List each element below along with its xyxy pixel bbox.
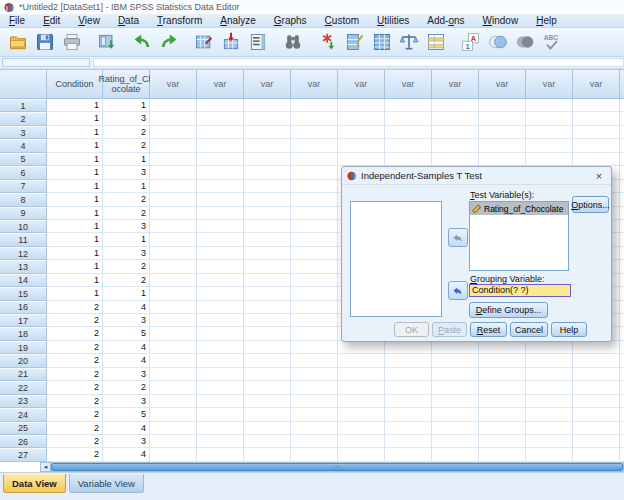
column-header-condition[interactable]: Condition xyxy=(47,69,103,99)
cell-condition[interactable]: 2 xyxy=(47,354,103,367)
cell-empty[interactable] xyxy=(150,166,197,179)
cell-empty[interactable] xyxy=(385,395,432,408)
cell-empty[interactable] xyxy=(197,368,244,381)
cell-empty[interactable] xyxy=(150,207,197,220)
menu-analyze[interactable]: Analyze xyxy=(211,14,265,28)
cell-condition[interactable]: 1 xyxy=(47,166,103,179)
row-header[interactable]: 24 xyxy=(0,408,47,421)
cell-condition[interactable]: 2 xyxy=(47,327,103,340)
cell-empty[interactable] xyxy=(620,180,624,193)
cell-editor-field[interactable] xyxy=(93,58,624,67)
cell-empty[interactable] xyxy=(385,139,432,152)
cell-empty[interactable] xyxy=(150,233,197,246)
spell-check-button[interactable]: ABC xyxy=(538,30,565,55)
cell-empty[interactable] xyxy=(338,381,385,394)
cell-condition[interactable]: 1 xyxy=(47,153,103,166)
cell-condition[interactable]: 1 xyxy=(47,180,103,193)
cell-empty[interactable] xyxy=(244,448,291,461)
cell-empty[interactable] xyxy=(479,354,526,367)
cell-empty[interactable] xyxy=(197,301,244,314)
row-header[interactable]: 19 xyxy=(0,341,47,354)
cell-empty[interactable] xyxy=(573,341,620,354)
cell-empty[interactable] xyxy=(291,327,338,340)
cell-empty[interactable] xyxy=(150,368,197,381)
split-file-button[interactable] xyxy=(368,30,395,55)
cell-empty[interactable] xyxy=(244,422,291,435)
cell-empty[interactable] xyxy=(197,153,244,166)
cell-empty[interactable] xyxy=(479,341,526,354)
cell-rating[interactable]: 3 xyxy=(103,247,150,260)
cell-empty[interactable] xyxy=(432,395,479,408)
cell-empty[interactable] xyxy=(620,153,624,166)
cell-empty[interactable] xyxy=(385,381,432,394)
cell-empty[interactable] xyxy=(573,381,620,394)
row-header[interactable]: 1 xyxy=(0,99,47,112)
cell-empty[interactable] xyxy=(620,274,624,287)
cell-empty[interactable] xyxy=(620,99,624,112)
test-variable-list[interactable]: Rating_of_Chocolate xyxy=(469,201,569,271)
cell-empty[interactable] xyxy=(338,422,385,435)
cell-empty[interactable] xyxy=(573,448,620,461)
cell-empty[interactable] xyxy=(432,126,479,139)
cell-empty[interactable] xyxy=(338,395,385,408)
cell-empty[interactable] xyxy=(432,139,479,152)
cell-empty[interactable] xyxy=(385,341,432,354)
column-header-var[interactable]: var xyxy=(291,69,338,99)
cell-empty[interactable] xyxy=(338,126,385,139)
cell-condition[interactable]: 2 xyxy=(47,435,103,448)
value-labels-button[interactable]: A1 xyxy=(457,30,484,55)
cell-empty[interactable] xyxy=(197,193,244,206)
cell-empty[interactable] xyxy=(197,126,244,139)
cell-empty[interactable] xyxy=(526,448,573,461)
cell-empty[interactable] xyxy=(197,139,244,152)
cell-empty[interactable] xyxy=(338,341,385,354)
cell-empty[interactable] xyxy=(479,408,526,421)
cell-empty[interactable] xyxy=(291,448,338,461)
cell-empty[interactable] xyxy=(620,126,624,139)
cell-empty[interactable] xyxy=(432,381,479,394)
cell-rating[interactable]: 1 xyxy=(103,153,150,166)
cell-empty[interactable] xyxy=(150,395,197,408)
cell-empty[interactable] xyxy=(479,112,526,125)
cell-empty[interactable] xyxy=(620,247,624,260)
cell-rating[interactable]: 2 xyxy=(103,139,150,152)
cell-empty[interactable] xyxy=(291,314,338,327)
help-button[interactable]: Help xyxy=(551,322,587,337)
row-header[interactable]: 17 xyxy=(0,314,47,327)
cell-empty[interactable] xyxy=(291,207,338,220)
menu-data[interactable]: Data xyxy=(109,14,148,28)
cell-rating[interactable]: 3 xyxy=(103,395,150,408)
horizontal-scrollbar[interactable]: ◄ ⋯ xyxy=(40,462,624,472)
cell-empty[interactable] xyxy=(291,301,338,314)
cell-empty[interactable] xyxy=(150,327,197,340)
cell-empty[interactable] xyxy=(150,180,197,193)
grouping-variable-field[interactable]: Condition(? ?) xyxy=(469,284,571,297)
row-header[interactable]: 8 xyxy=(0,193,47,206)
cell-condition[interactable]: 2 xyxy=(47,422,103,435)
cell-empty[interactable] xyxy=(573,435,620,448)
row-header[interactable]: 7 xyxy=(0,180,47,193)
cell-empty[interactable] xyxy=(432,99,479,112)
cell-empty[interactable] xyxy=(197,354,244,367)
cell-empty[interactable] xyxy=(150,422,197,435)
cell-empty[interactable] xyxy=(244,327,291,340)
cell-empty[interactable] xyxy=(620,112,624,125)
row-header[interactable]: 14 xyxy=(0,274,47,287)
menu-edit[interactable]: Edit xyxy=(34,14,69,28)
cell-empty[interactable] xyxy=(291,368,338,381)
cell-empty[interactable] xyxy=(150,354,197,367)
cell-empty[interactable] xyxy=(150,301,197,314)
cell-rating[interactable]: 2 xyxy=(103,381,150,394)
cell-empty[interactable] xyxy=(244,381,291,394)
cell-condition[interactable]: 1 xyxy=(47,247,103,260)
move-grouping-variable-button[interactable] xyxy=(448,281,468,300)
scroll-left-arrow-icon[interactable]: ◄ xyxy=(41,463,51,471)
undo-button[interactable] xyxy=(128,30,155,55)
cell-empty[interactable] xyxy=(526,368,573,381)
cell-empty[interactable] xyxy=(620,327,624,340)
cell-empty[interactable] xyxy=(197,260,244,273)
cell-empty[interactable] xyxy=(244,314,291,327)
cell-rating[interactable]: 4 xyxy=(103,301,150,314)
row-header[interactable]: 27 xyxy=(0,448,47,461)
cell-empty[interactable] xyxy=(291,395,338,408)
